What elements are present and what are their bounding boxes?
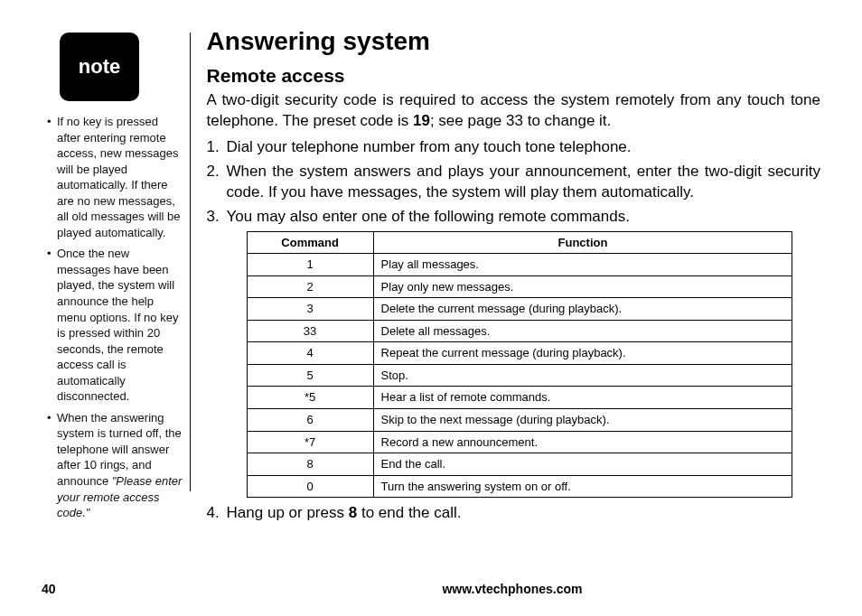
command-cell: *5 (247, 387, 373, 409)
note-sidebar: note If no key is pressed after entering… (42, 27, 184, 527)
intro-preset-code: 19 (413, 112, 430, 129)
note-bullet-list: If no key is pressed after entering remo… (42, 114, 184, 521)
page-footer: 40 www.vtechphones.com (42, 582, 820, 596)
section-subtitle: Remote access (207, 65, 820, 87)
note-badge: note (60, 33, 139, 101)
command-cell: 0 (247, 475, 373, 498)
note-text: Once the new messages have been played, … (57, 247, 178, 403)
step-item: When the system answers and plays your a… (207, 162, 820, 203)
footer-site: www.vtechphones.com (204, 582, 820, 596)
step-text: Dial your telephone number from any touc… (227, 138, 632, 155)
table-header-function: Function (373, 231, 792, 254)
table-row: *7Record a new announcement. (247, 431, 792, 453)
function-cell: Delete all messages. (373, 320, 792, 342)
step-text-pre: Hang up or press (227, 504, 349, 521)
table-header-command: Command (247, 231, 373, 254)
note-bullet: Once the new messages have been played, … (47, 246, 184, 404)
step-text: You may also enter one of the following … (227, 208, 630, 225)
function-cell: Repeat the current message (during playb… (373, 342, 792, 365)
function-cell: Record a new announcement. (373, 431, 792, 453)
command-cell: 33 (247, 320, 373, 342)
note-bullet: When the answering system is turned off,… (47, 410, 184, 521)
steps-list: Dial your telephone number from any touc… (207, 137, 820, 524)
table-header-row: Command Function (247, 231, 792, 254)
note-text: If no key is pressed after entering remo… (57, 115, 181, 239)
step-text: When the system answers and plays your a… (227, 163, 820, 201)
table-row: *5Hear a list of remote commands. (247, 387, 792, 409)
command-cell: *7 (247, 431, 373, 453)
two-column-layout: note If no key is pressed after entering… (42, 27, 820, 527)
function-cell: Play all messages. (373, 254, 792, 276)
table-row: 6Skip to the next message (during playba… (247, 409, 792, 432)
table-row: 0Turn the answering system on or off. (247, 475, 792, 498)
command-cell: 5 (247, 364, 373, 387)
document-page: note If no key is pressed after entering… (0, 0, 862, 616)
command-cell: 4 (247, 342, 373, 365)
table-row: 3Delete the current message (during play… (247, 298, 792, 321)
step-item: Dial your telephone number from any touc… (207, 137, 820, 158)
function-cell: Play only new messages. (373, 275, 792, 298)
step-item: You may also enter one of the following … (207, 207, 820, 499)
column-divider (190, 33, 191, 491)
step-item: Hang up or press 8 to end the call. (207, 503, 820, 524)
main-content: Answering system Remote access A two-dig… (207, 27, 820, 527)
step-text-post: to end the call. (357, 504, 461, 521)
function-cell: Hear a list of remote commands. (373, 387, 792, 409)
command-cell: 6 (247, 409, 373, 432)
remote-commands-table: Command Function 1Play all messages. 2Pl… (247, 231, 793, 499)
step-end-key: 8 (349, 504, 357, 521)
command-cell: 2 (247, 275, 373, 298)
command-cell: 1 (247, 254, 373, 276)
page-title: Answering system (207, 27, 820, 56)
function-cell: End the call. (373, 453, 792, 476)
function-cell: Skip to the next message (during playbac… (373, 409, 792, 432)
table-row: 8End the call. (247, 453, 792, 476)
page-number: 40 (42, 582, 204, 596)
intro-text-post: ; see page 33 to change it. (430, 112, 611, 129)
table-row: 1Play all messages. (247, 254, 792, 276)
table-row: 33Delete all messages. (247, 320, 792, 342)
function-cell: Delete the current message (during playb… (373, 298, 792, 321)
command-cell: 8 (247, 453, 373, 476)
table-row: 4Repeat the current message (during play… (247, 342, 792, 365)
function-cell: Stop. (373, 364, 792, 387)
note-bullet: If no key is pressed after entering remo… (47, 114, 184, 240)
intro-paragraph: A two-digit security code is required to… (207, 90, 820, 132)
table-row: 2Play only new messages. (247, 275, 792, 298)
command-cell: 3 (247, 298, 373, 321)
note-badge-label: note (79, 55, 120, 79)
function-cell: Turn the answering system on or off. (373, 475, 792, 498)
table-row: 5Stop. (247, 364, 792, 387)
